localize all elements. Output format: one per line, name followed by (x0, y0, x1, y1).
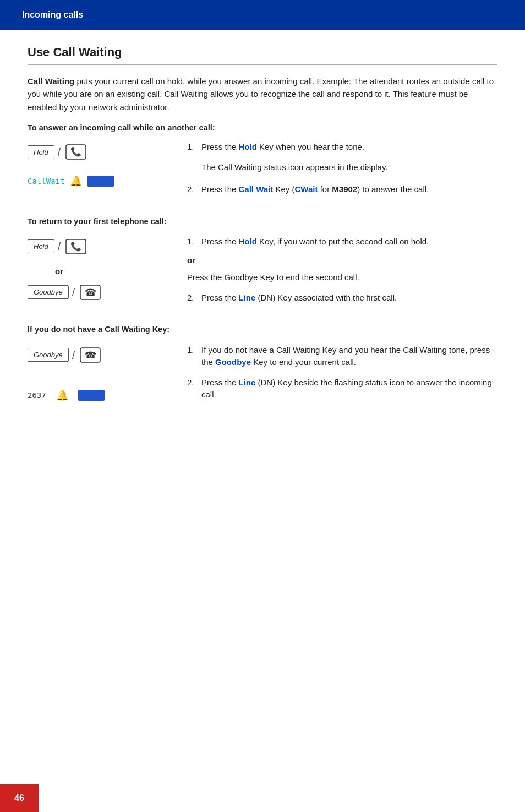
line-highlight-1: Line (239, 293, 256, 302)
part1-instruction-row: Hold / 📞 CallWait 🔔 (28, 141, 497, 204)
status-bar-blue-2 (78, 390, 105, 401)
part3-step-list: 1. If you do not have a Call Waiting Key… (187, 344, 497, 401)
part1-diagram2: CallWait 🔔 (28, 175, 114, 187)
part3-instruction-row: Goodbye / ☎ 2637 🔔 (28, 344, 497, 409)
callwait-label: CallWait (28, 177, 64, 186)
cwait-highlight: CWait (295, 184, 318, 194)
page-footer: 46 (0, 784, 39, 812)
part2-or-steps: or (187, 255, 497, 265)
goodbye-highlight-1: Goodbye (225, 273, 258, 282)
part2-step2: 2. Press the Line (DN) Key associated wi… (187, 292, 497, 304)
part3-diagram2: 2637 🔔 (28, 389, 105, 401)
part3-heading: If you do not have a Call Waiting Key: (28, 324, 497, 335)
phone-icon-1: 📞 (64, 143, 88, 161)
part2-step1: 1. Press the Hold Key, if you want to pu… (187, 236, 497, 248)
svg-text:📞: 📞 (70, 146, 81, 157)
part1-heading: To answer an incoming call while on anot… (28, 122, 497, 133)
bell-icon-2: 🔔 (56, 389, 68, 401)
part2-diagram-col: Hold / 📞 or Goodbye / (28, 236, 176, 304)
part2-key-phone-row2: Goodbye / ☎ (28, 284, 102, 301)
svg-text:📞: 📞 (70, 241, 81, 252)
goodbye-key-2: Goodbye (28, 348, 69, 362)
svg-text:☎: ☎ (85, 287, 96, 298)
part3-key-phone-row1: Goodbye / ☎ (28, 346, 102, 364)
phone-icon-2: 📞 (64, 238, 88, 255)
part2-diagram1: Hold / 📞 (28, 238, 88, 255)
part3-steps-col: 1. If you do not have a Call Waiting Key… (176, 344, 497, 409)
intro-bold: Call Waiting (28, 77, 74, 86)
page-number: 46 (14, 793, 24, 803)
status-bar-blue-1 (88, 176, 114, 187)
header-bar: Incoming calls (0, 0, 525, 30)
part3-diagram-col: Goodbye / ☎ 2637 🔔 (28, 344, 176, 401)
part1-diagram1: Hold / 📞 (28, 143, 88, 161)
part2-step-list: 1. Press the Hold Key, if you want to pu… (187, 236, 497, 248)
slash-1: / (58, 146, 61, 157)
intro-rest: puts your current call on hold, while yo… (28, 77, 494, 112)
main-content: Use Call Waiting Call Waiting puts your … (0, 30, 525, 448)
phone-cradle-icon-1: ☎ (78, 284, 102, 301)
hold-key-1: Hold (28, 145, 54, 159)
slash-2: / (58, 241, 61, 252)
hold-key-2: Hold (28, 239, 54, 253)
section-title: Use Call Waiting (28, 45, 497, 65)
part2-heading: To return to your first telephone call: (28, 216, 497, 227)
svg-text:☎: ☎ (85, 350, 96, 361)
part2-diagram2: Goodbye / ☎ (28, 284, 102, 301)
intro-paragraph: Call Waiting puts your current call on h… (28, 75, 497, 113)
part1-step2: 2. Press the Call Wait Key (CWait for M3… (187, 183, 497, 196)
part2-steps-col: 1. Press the Hold Key, if you want to pu… (176, 236, 497, 312)
part1-step-list: 1. Press the Hold Key when you hear the … (187, 141, 497, 196)
bell-icon-1: 🔔 (70, 175, 82, 187)
part2-key-phone-row1: Hold / 📞 (28, 238, 88, 255)
part1-steps-col: 1. Press the Hold Key when you hear the … (176, 141, 497, 204)
part2-instruction-row: Hold / 📞 or Goodbye / (28, 236, 497, 312)
part3-step2: 2. Press the Line (DN) Key beside the fl… (187, 377, 497, 401)
slash-3: / (72, 287, 75, 298)
line-number-label: 2637 (28, 391, 46, 400)
goodbye-key-1: Goodbye (28, 285, 69, 299)
phone-cradle-icon-2: ☎ (78, 346, 102, 364)
callwait-highlight: Call Wait (239, 184, 274, 194)
part1-step1-note: The Call Waiting status icon appears in … (201, 161, 497, 174)
line-highlight-2: Line (239, 378, 256, 387)
part2-step2-list: 2. Press the Line (DN) Key associated wi… (187, 292, 497, 304)
part2-or-diagram: or (55, 266, 63, 276)
header-title: Incoming calls (22, 10, 83, 19)
part3-step1: 1. If you do not have a Call Waiting Key… (187, 344, 497, 369)
hold-highlight-1: Hold (239, 142, 257, 151)
part2-or-note: Press the Goodbye Key to end the second … (187, 271, 497, 284)
part1-step1: 1. Press the Hold Key when you hear the … (187, 141, 497, 154)
part1-diagram-col: Hold / 📞 CallWait 🔔 (28, 141, 176, 187)
goodbye-highlight-2: Goodbye (215, 357, 251, 367)
slash-4: / (72, 350, 75, 361)
hold-highlight-2: Hold (239, 237, 257, 246)
part1-key-phone-row: Hold / 📞 (28, 143, 88, 161)
part3-diagram1: Goodbye / ☎ (28, 346, 102, 364)
